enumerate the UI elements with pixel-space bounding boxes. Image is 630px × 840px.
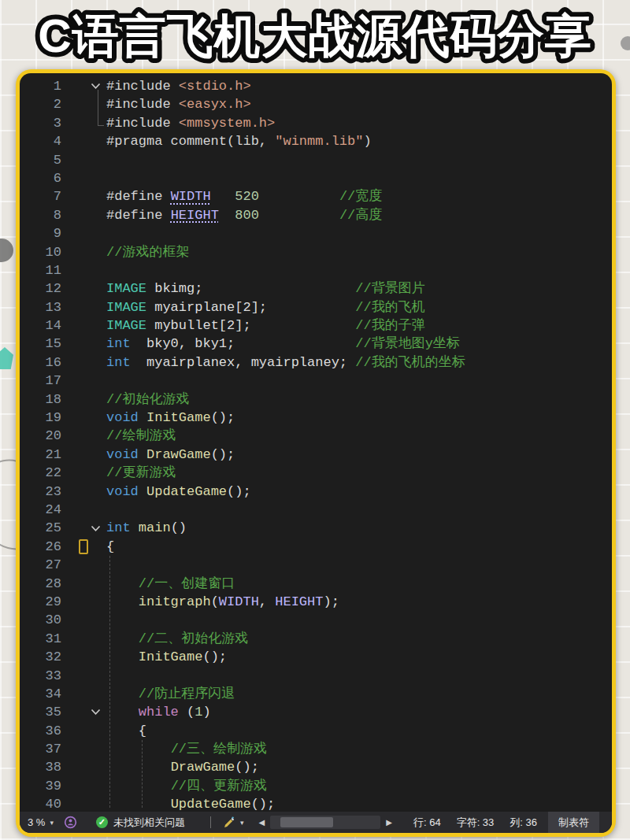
code-line[interactable]: 32 InitGame(); [20, 648, 612, 666]
line-number[interactable]: 21 [20, 446, 61, 464]
code-line[interactable]: 2#include <easyx.h> [20, 95, 612, 113]
chevron-down-icon[interactable]: ▾ [240, 819, 244, 827]
code-line[interactable]: 29 initgraph(WIDTH, HEIGHT); [20, 593, 612, 611]
code-line[interactable]: 18//初始化游戏 [20, 390, 612, 409]
line-number[interactable]: 35 [20, 703, 61, 721]
line-number[interactable]: 17 [20, 372, 61, 390]
code-line[interactable]: 5 [20, 151, 612, 169]
code-line[interactable]: 37 //三、绘制游戏 [20, 740, 612, 758]
line-number[interactable]: 28 [20, 575, 61, 593]
code-line[interactable]: 39 //四、更新游戏 [20, 777, 612, 795]
line-number[interactable]: 18 [20, 390, 61, 409]
tabs-mode-indicator[interactable]: 制表符 [548, 812, 599, 833]
live-share-button[interactable] [64, 816, 77, 829]
collapsed-region-marker[interactable] [61, 539, 106, 554]
scroll-left-icon[interactable]: ◀ [253, 818, 270, 827]
line-number[interactable]: 24 [20, 501, 61, 519]
line-number[interactable]: 25 [20, 519, 61, 537]
code-line[interactable]: 3#include <mmsystem.h> [20, 114, 612, 132]
line-number[interactable]: 5 [20, 151, 61, 169]
column-indicator[interactable]: 列: 36 [510, 816, 537, 830]
code-line[interactable]: 17 [20, 372, 612, 390]
code-line[interactable]: 27 [20, 556, 612, 574]
line-number[interactable]: 34 [20, 685, 61, 703]
horizontal-scrollbar[interactable]: ◀ ▶ [253, 816, 397, 829]
code-line[interactable]: 7#define WIDTH 520 //宽度 [20, 187, 612, 205]
code-line[interactable]: 26{ [20, 538, 612, 556]
line-number[interactable]: 10 [20, 243, 61, 261]
code-line[interactable]: 28 //一、创建窗口 [20, 575, 612, 593]
code-line[interactable]: 21void DrawGame(); [20, 446, 612, 464]
code-line[interactable]: 10//游戏的框架 [20, 243, 612, 261]
code-line[interactable]: 4#pragma comment(lib, "winmm.lib") [20, 132, 612, 150]
code-line[interactable]: 31 //二、初始化游戏 [20, 630, 612, 648]
code-line[interactable]: 33 [20, 667, 612, 685]
line-number[interactable]: 6 [20, 169, 61, 187]
line-number[interactable]: 19 [20, 409, 61, 427]
scrollbar-thumb[interactable] [280, 817, 333, 827]
line-number[interactable]: 16 [20, 353, 61, 372]
line-number[interactable]: 2 [20, 95, 61, 113]
line-number[interactable]: 23 [20, 483, 61, 501]
code-line[interactable]: 40 UpdateGame(); [20, 795, 612, 812]
code-line[interactable]: 36 { [20, 722, 612, 740]
code-line[interactable]: 23void UpdateGame(); [20, 483, 612, 501]
code-line[interactable]: 24 [20, 501, 612, 519]
line-number[interactable]: 11 [20, 261, 61, 279]
line-number[interactable]: 26 [20, 538, 61, 556]
line-number[interactable]: 37 [20, 740, 61, 758]
line-number[interactable]: 33 [20, 667, 61, 685]
chevron-down-icon[interactable]: ▾ [50, 819, 54, 827]
line-number[interactable]: 13 [20, 298, 61, 316]
scroll-right-icon[interactable]: ▶ [380, 818, 398, 827]
problems-indicator[interactable]: ✓ 未找到相关问题 [96, 816, 185, 830]
line-number[interactable]: 40 [20, 795, 61, 812]
code-editor[interactable]: 1#include <stdio.h>2#include <easyx.h>3#… [20, 73, 612, 812]
line-number[interactable]: 27 [20, 556, 61, 574]
line-number[interactable]: 15 [20, 335, 61, 353]
code-line[interactable]: 16int myairplanex, myairplaney; //我的飞机的坐… [20, 353, 612, 372]
code-line[interactable]: 35 while (1) [20, 703, 612, 721]
line-number[interactable]: 29 [20, 593, 61, 611]
character-indicator[interactable]: 字符: 33 [457, 816, 495, 830]
line-number[interactable]: 22 [20, 464, 61, 482]
line-number[interactable]: 30 [20, 611, 61, 629]
code-line[interactable]: 30 [20, 611, 612, 629]
line-indicator[interactable]: 行: 64 [413, 816, 441, 830]
fold-chevron-icon[interactable] [61, 525, 106, 532]
line-number[interactable]: 39 [20, 777, 61, 795]
line-number[interactable]: 14 [20, 316, 61, 335]
fold-chevron-icon[interactable] [61, 709, 106, 716]
line-number[interactable]: 38 [20, 758, 61, 776]
code-line[interactable]: 25int main() [20, 519, 612, 537]
code-line[interactable]: 38 DrawGame(); [20, 758, 612, 776]
line-number[interactable]: 9 [20, 224, 61, 242]
line-number[interactable]: 12 [20, 279, 61, 298]
code-line[interactable]: 11 [20, 261, 612, 279]
code-line[interactable]: 1#include <stdio.h> [20, 77, 612, 95]
code-line[interactable]: 34 //防止程序闪退 [20, 685, 612, 703]
line-number[interactable]: 20 [20, 427, 61, 445]
line-number[interactable]: 8 [20, 206, 61, 224]
line-number[interactable]: 36 [20, 722, 61, 740]
code-line[interactable]: 19void InitGame(); [20, 409, 612, 427]
code-line[interactable]: 12IMAGE bkimg; //背景图片 [20, 279, 612, 298]
line-number[interactable]: 4 [20, 132, 61, 150]
format-document-button[interactable]: ▾ [223, 816, 244, 829]
code-line[interactable]: 6 [20, 169, 612, 187]
code-line[interactable]: 22//更新游戏 [20, 464, 612, 482]
line-number[interactable]: 31 [20, 630, 61, 648]
fold-chevron-icon[interactable] [61, 83, 106, 90]
line-number[interactable]: 1 [20, 77, 61, 95]
code-line[interactable]: 20//绘制游戏 [20, 427, 612, 445]
line-number[interactable]: 7 [20, 187, 61, 205]
code-line[interactable]: 13IMAGE myairplane[2]; //我的飞机 [20, 298, 612, 316]
code-line[interactable]: 14IMAGE mybullet[2]; //我的子弹 [20, 316, 612, 335]
line-number[interactable]: 32 [20, 648, 61, 666]
line-number[interactable]: 3 [20, 114, 61, 132]
scrollbar-track[interactable] [270, 816, 380, 829]
code-line[interactable]: 15int bky0, bky1; //背景地图y坐标 [20, 335, 612, 353]
code-line[interactable]: 9 [20, 224, 612, 242]
zoom-control[interactable]: 3 % ▾ [28, 816, 54, 828]
code-line[interactable]: 8#define HEIGHT 800 //高度 [20, 206, 612, 224]
